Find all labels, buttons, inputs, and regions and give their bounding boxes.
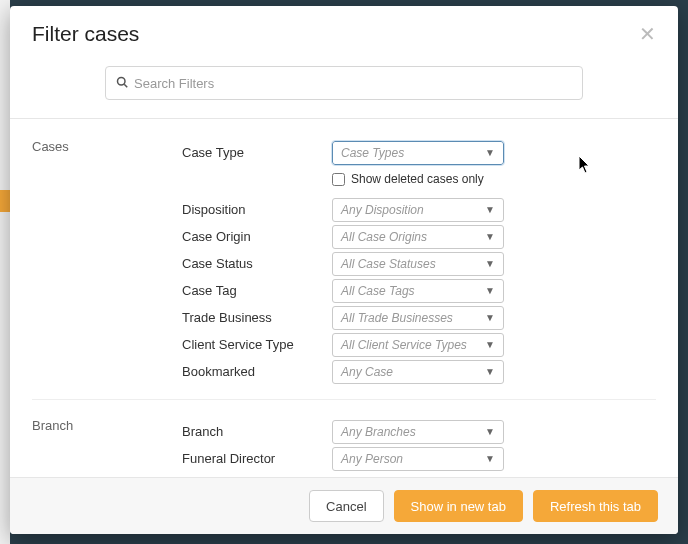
chevron-down-icon: ▼ <box>485 339 495 350</box>
case-tag-select[interactable]: All Case Tags ▼ <box>332 279 504 303</box>
modal-title: Filter cases <box>32 22 139 46</box>
field-trade-business: Trade Business All Trade Businesses ▼ <box>182 304 656 331</box>
field-case-type: Case Type Case Types ▼ <box>182 139 656 166</box>
bookmarked-select[interactable]: Any Case ▼ <box>332 360 504 384</box>
section-cases-title: Cases <box>32 139 182 385</box>
svg-line-1 <box>124 84 127 87</box>
field-client-service-type: Client Service Type All Client Service T… <box>182 331 656 358</box>
case-type-placeholder: Case Types <box>341 146 404 160</box>
chevron-down-icon: ▼ <box>485 204 495 215</box>
modal-footer: Cancel Show in new tab Refresh this tab <box>10 477 678 534</box>
chevron-down-icon: ▼ <box>485 147 495 158</box>
funeral-director-select[interactable]: Any Person ▼ <box>332 447 504 471</box>
chevron-down-icon: ▼ <box>485 285 495 296</box>
field-case-origin: Case Origin All Case Origins ▼ <box>182 223 656 250</box>
chevron-down-icon: ▼ <box>485 231 495 242</box>
chevron-down-icon: ▼ <box>485 453 495 464</box>
case-tag-label: Case Tag <box>182 283 332 298</box>
show-deleted-checkbox-row[interactable]: Show deleted cases only <box>332 172 504 186</box>
section-branch-title: Branch <box>32 418 182 472</box>
case-origin-placeholder: All Case Origins <box>341 230 427 244</box>
case-type-select[interactable]: Case Types ▼ <box>332 141 504 165</box>
client-service-type-label: Client Service Type <box>182 337 332 352</box>
disposition-select[interactable]: Any Disposition ▼ <box>332 198 504 222</box>
refresh-this-tab-button[interactable]: Refresh this tab <box>533 490 658 522</box>
case-status-select[interactable]: All Case Statuses ▼ <box>332 252 504 276</box>
client-service-type-select[interactable]: All Client Service Types ▼ <box>332 333 504 357</box>
branch-select[interactable]: Any Branches ▼ <box>332 420 504 444</box>
section-cases: Cases Case Type Case Types ▼ Show delete… <box>32 139 656 399</box>
trade-business-select[interactable]: All Trade Businesses ▼ <box>332 306 504 330</box>
field-case-status: Case Status All Case Statuses ▼ <box>182 250 656 277</box>
case-type-label: Case Type <box>182 145 332 160</box>
field-funeral-director: Funeral Director Any Person ▼ <box>182 445 656 472</box>
section-branch: Branch Branch Any Branches ▼ Funeral Dir… <box>32 399 656 477</box>
case-origin-label: Case Origin <box>182 229 332 244</box>
case-origin-select[interactable]: All Case Origins ▼ <box>332 225 504 249</box>
chevron-down-icon: ▼ <box>485 366 495 377</box>
branch-label: Branch <box>182 424 332 439</box>
case-tag-placeholder: All Case Tags <box>341 284 415 298</box>
bookmarked-label: Bookmarked <box>182 364 332 379</box>
disposition-label: Disposition <box>182 202 332 217</box>
case-status-placeholder: All Case Statuses <box>341 257 436 271</box>
search-filters-input-wrap[interactable] <box>105 66 583 100</box>
field-branch: Branch Any Branches ▼ <box>182 418 656 445</box>
modal-header: Filter cases ✕ <box>10 6 678 60</box>
chevron-down-icon: ▼ <box>485 312 495 323</box>
case-status-label: Case Status <box>182 256 332 271</box>
field-bookmarked: Bookmarked Any Case ▼ <box>182 358 656 385</box>
svg-point-0 <box>118 77 126 85</box>
bookmarked-placeholder: Any Case <box>341 365 393 379</box>
trade-business-label: Trade Business <box>182 310 332 325</box>
show-deleted-checkbox[interactable] <box>332 173 345 186</box>
search-bar-container <box>10 60 678 119</box>
disposition-placeholder: Any Disposition <box>341 203 424 217</box>
branch-placeholder: Any Branches <box>341 425 416 439</box>
filter-cases-modal: Filter cases ✕ Cases Case Type Case Type… <box>10 6 678 534</box>
close-icon[interactable]: ✕ <box>639 24 656 44</box>
search-filters-input[interactable] <box>134 76 572 91</box>
modal-body: Cases Case Type Case Types ▼ Show delete… <box>10 119 678 477</box>
chevron-down-icon: ▼ <box>485 426 495 437</box>
field-show-deleted: Show deleted cases only <box>182 166 656 196</box>
client-service-type-placeholder: All Client Service Types <box>341 338 467 352</box>
field-disposition: Disposition Any Disposition ▼ <box>182 196 656 223</box>
cancel-button[interactable]: Cancel <box>309 490 383 522</box>
chevron-down-icon: ▼ <box>485 258 495 269</box>
search-icon <box>116 76 128 91</box>
trade-business-placeholder: All Trade Businesses <box>341 311 453 325</box>
field-case-tag: Case Tag All Case Tags ▼ <box>182 277 656 304</box>
funeral-director-placeholder: Any Person <box>341 452 403 466</box>
show-in-new-tab-button[interactable]: Show in new tab <box>394 490 523 522</box>
show-deleted-label: Show deleted cases only <box>351 172 484 186</box>
funeral-director-label: Funeral Director <box>182 451 332 466</box>
